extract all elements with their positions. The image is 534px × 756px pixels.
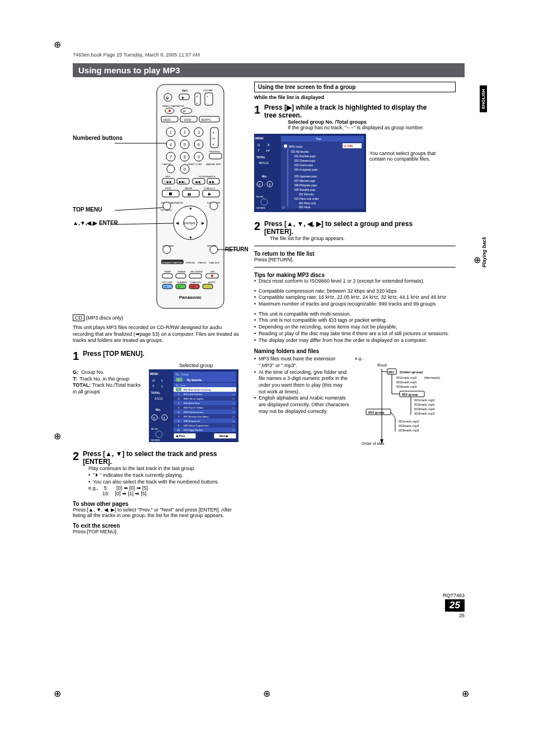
book-header: 7463en.book Page 25 Tuesday, March 8, 20… bbox=[73, 52, 200, 58]
svg-text:003 Life on Jupiter: 003 Life on Jupiter bbox=[184, 397, 204, 400]
svg-text:TOTAL: TOTAL bbox=[151, 391, 160, 395]
eg5-v: [0] ➡ [0] ➡ [5] bbox=[116, 485, 148, 491]
naming-item: At the time of recording, give folder an… bbox=[254, 369, 349, 396]
svg-text:1: 1 bbox=[178, 378, 180, 382]
svg-text:REC MODE: REC MODE bbox=[190, 270, 203, 273]
page-title: Using menus to play MP3 bbox=[73, 63, 465, 77]
selected-group-note: If the group has no track, "– –" is disp… bbox=[288, 125, 456, 130]
svg-rect-139 bbox=[174, 377, 236, 382]
svg-text:T: T bbox=[257, 149, 260, 152]
tip: This unit is not compatible with ID3 tag… bbox=[254, 317, 456, 324]
svg-text:MP3 music: MP3 music bbox=[289, 145, 303, 148]
side-tab-playing-back: Playing back bbox=[481, 237, 487, 267]
bullet-numbered: You can also select the track with the n… bbox=[88, 479, 241, 486]
box-heading: Using the tree screen to find a group bbox=[254, 82, 456, 92]
svg-text:001 My favorite: 001 My favorite bbox=[291, 151, 309, 153]
crop-mark: ⊕ bbox=[54, 688, 61, 699]
svg-rect-98 bbox=[162, 274, 172, 278]
svg-text:+: + bbox=[207, 95, 208, 98]
svg-text:008 Starperson: 008 Starperson bbox=[184, 420, 200, 422]
svg-text:(folder=group): (folder=group) bbox=[400, 370, 423, 374]
svg-text:001: 001 bbox=[388, 370, 395, 374]
tree-note: You cannot select groups that contain no… bbox=[369, 151, 437, 162]
svg-text:DUBBING: DUBBING bbox=[177, 281, 187, 284]
legend-t: T: bbox=[73, 376, 77, 382]
tree-screen: MENU G8 T14 TOTAL 40/111 No. 0 – 9 MUSIC… bbox=[254, 134, 366, 212]
svg-text:⏻: ⏻ bbox=[181, 96, 184, 99]
crop-mark: ⊕ bbox=[462, 688, 469, 699]
label-numbered-buttons: Numbered buttons bbox=[73, 135, 123, 141]
svg-rect-111 bbox=[189, 284, 199, 289]
tip: Discs must conform to ISO9660 level 1 or… bbox=[254, 278, 456, 285]
svg-rect-107 bbox=[162, 284, 172, 289]
svg-text:008 Philippine pops: 008 Philippine pops bbox=[294, 184, 317, 187]
step-1: 1 Press [TOP MENU]. bbox=[73, 350, 241, 363]
legend-total: TOTAL: bbox=[73, 382, 91, 388]
naming-heading: Naming folders and files bbox=[254, 348, 456, 354]
svg-text:3: 3 bbox=[198, 130, 200, 134]
svg-text:⏻: ⏻ bbox=[166, 96, 169, 100]
svg-text:SD/PC: SD/PC bbox=[201, 118, 212, 121]
crop-mark: ⊕ bbox=[263, 688, 270, 699]
svg-text:T: T bbox=[152, 384, 154, 388]
svg-text:Next ▶: Next ▶ bbox=[219, 434, 229, 438]
svg-point-15 bbox=[168, 110, 171, 112]
svg-text:MENU: MENU bbox=[150, 372, 158, 375]
legend-t-txt: Track No. in the group bbox=[79, 376, 129, 382]
svg-rect-154 bbox=[174, 396, 236, 401]
svg-text:ERASE: ERASE bbox=[178, 270, 186, 273]
svg-text:40/111: 40/111 bbox=[259, 161, 269, 165]
page: Using menus to play MP3 ENGLISH Playing … bbox=[73, 63, 465, 534]
to-exit-heading: To exit the screen bbox=[73, 523, 241, 529]
label-return: RETURN bbox=[225, 246, 249, 252]
svg-text:DISPLAY: DISPLAY bbox=[186, 261, 195, 264]
svg-rect-100 bbox=[189, 274, 202, 278]
svg-text:001 Piano solo: 001 Piano solo bbox=[299, 202, 316, 205]
svg-text:∧: ∧ bbox=[196, 95, 198, 98]
svg-text:DIRECT NAVIGATOR: DIRECT NAVIGATOR bbox=[162, 105, 184, 107]
svg-text:001 Brazilian pops: 001 Brazilian pops bbox=[294, 155, 316, 158]
svg-text:4: 4 bbox=[170, 143, 172, 147]
crop-mark: ⊕ bbox=[54, 431, 61, 442]
svg-text:003track.mp3: 003track.mp3 bbox=[399, 429, 419, 432]
svg-text:−: − bbox=[207, 101, 208, 105]
r-step-1-title: Press [▶] while a track is highlighted t… bbox=[264, 104, 427, 119]
svg-text:STATUS: STATUS bbox=[198, 261, 207, 264]
return-text: Press [RETURN]. bbox=[254, 257, 456, 262]
svg-text:SUB MENU: SUB MENU bbox=[151, 439, 160, 442]
to-show-other-heading: To show other pages bbox=[73, 501, 241, 507]
svg-text:STOP: STOP bbox=[165, 187, 171, 190]
svg-rect-166 bbox=[174, 410, 236, 414]
step-2-number: 2 bbox=[73, 450, 79, 463]
svg-text:CANCEL: CANCEL bbox=[162, 163, 172, 166]
legend-g: G: bbox=[73, 369, 78, 375]
eg15-k: 15: bbox=[102, 491, 110, 496]
step-1-title: Press [TOP MENU]. bbox=[83, 350, 144, 358]
remote-diagram: DVD ⏻ ⏻ TV ∧ ∨ + − VOLUME DIRECT NAVIGAT… bbox=[73, 82, 241, 311]
svg-text:▮▮: ▮▮ bbox=[188, 192, 191, 196]
tip: Depending on the recording, some items m… bbox=[254, 324, 456, 331]
step-1-number: 1 bbox=[73, 350, 79, 363]
r-step-1-number: 1 bbox=[254, 104, 260, 116]
svg-text:002track.mp3: 002track.mp3 bbox=[399, 424, 419, 428]
svg-text:REC: REC bbox=[210, 270, 216, 273]
r-step-2: 2 Press [▲, ▼, ◀, ▶] to select a group a… bbox=[254, 220, 456, 236]
svg-text:9: 9 bbox=[198, 155, 200, 159]
return-heading: To return to the file list bbox=[254, 251, 456, 257]
svg-text:CHAPTER: CHAPTER bbox=[190, 281, 201, 284]
page-number-small: 25 bbox=[443, 613, 465, 618]
tip: Reading or play of the disc may take tim… bbox=[254, 331, 456, 337]
svg-text:DVD: DVD bbox=[184, 118, 191, 121]
svg-point-102 bbox=[211, 275, 213, 277]
svg-text:◀ Prev.: ◀ Prev. bbox=[175, 434, 186, 438]
svg-text:TOTAL: TOTAL bbox=[256, 156, 265, 159]
while-file-list: While the file list is displayed bbox=[254, 95, 456, 100]
svg-text:002 Vocal: 002 Vocal bbox=[299, 206, 310, 209]
svg-point-84 bbox=[210, 202, 218, 210]
svg-text:005 Paint It Yellow: 005 Paint It Yellow bbox=[184, 406, 204, 409]
svg-rect-49 bbox=[209, 153, 222, 159]
svg-text:G: G bbox=[152, 379, 155, 382]
eg5-k: 5: bbox=[104, 485, 109, 491]
tip: Maximum number of tracks and groups reco… bbox=[254, 301, 456, 308]
svg-text:No.      Group: No. Group bbox=[176, 373, 189, 376]
